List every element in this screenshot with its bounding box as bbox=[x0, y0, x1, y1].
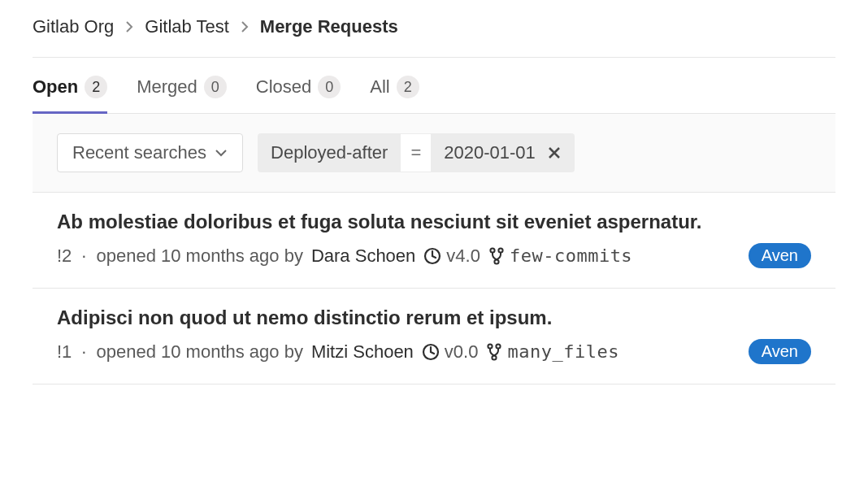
tab-all[interactable]: All 2 bbox=[370, 76, 419, 113]
merge-request-item: Adipisci non quod ut nemo distinctio rer… bbox=[33, 289, 835, 385]
tab-open-count: 2 bbox=[85, 76, 107, 98]
branch[interactable]: few-commits bbox=[488, 245, 632, 266]
milestone-name: v0.0 bbox=[445, 341, 479, 363]
svg-point-2 bbox=[498, 248, 502, 252]
tab-closed-label: Closed bbox=[256, 76, 311, 98]
svg-point-6 bbox=[497, 344, 501, 348]
svg-point-3 bbox=[494, 259, 498, 263]
filter-token-key: Deployed-after bbox=[258, 133, 401, 172]
chevron-right-icon bbox=[125, 21, 133, 33]
filter-token-op: = bbox=[401, 133, 431, 172]
separator-dot bbox=[80, 341, 88, 363]
branch-name: few-commits bbox=[510, 245, 632, 266]
tab-merged[interactable]: Merged 0 bbox=[137, 76, 227, 113]
branch-icon bbox=[488, 247, 505, 265]
tab-closed-count: 0 bbox=[318, 76, 341, 98]
branch-icon bbox=[486, 343, 502, 361]
filter-bar: Recent searches Deployed-after = 2020-01… bbox=[33, 114, 835, 193]
merge-request-meta: !2 opened 10 months ago by Dara Schoen v… bbox=[57, 243, 811, 268]
merge-request-id: !1 bbox=[57, 341, 72, 363]
author-link[interactable]: Dara Schoen bbox=[311, 245, 415, 267]
merge-request-id: !2 bbox=[57, 245, 72, 267]
close-icon[interactable] bbox=[547, 146, 562, 160]
tab-open[interactable]: Open 2 bbox=[33, 76, 107, 113]
branch-name: many_files bbox=[507, 341, 618, 362]
merge-request-title[interactable]: Ab molestiae doloribus et fuga soluta ne… bbox=[57, 211, 811, 233]
merge-request-item: Ab molestiae doloribus et fuga soluta ne… bbox=[33, 193, 835, 289]
filter-token-deployed-after[interactable]: Deployed-after = 2020-01-01 bbox=[258, 133, 575, 172]
merge-request-meta: !1 opened 10 months ago by Mitzi Schoen … bbox=[57, 339, 811, 364]
state-tabs: Open 2 Merged 0 Closed 0 All 2 bbox=[33, 58, 835, 114]
breadcrumb-current: Merge Requests bbox=[260, 16, 398, 37]
svg-point-5 bbox=[488, 344, 493, 348]
svg-point-7 bbox=[493, 355, 497, 359]
chevron-right-icon bbox=[241, 21, 249, 33]
svg-point-1 bbox=[490, 248, 494, 252]
chevron-down-icon bbox=[215, 146, 228, 159]
clock-icon bbox=[422, 343, 440, 361]
opened-text: opened 10 months ago by bbox=[96, 341, 302, 363]
breadcrumb-org-link[interactable]: Gitlab Org bbox=[33, 16, 114, 37]
recent-searches-label: Recent searches bbox=[72, 142, 206, 163]
merge-request-title[interactable]: Adipisci non quod ut nemo distinctio rer… bbox=[57, 306, 811, 329]
branch[interactable]: many_files bbox=[486, 341, 618, 362]
label-pill[interactable]: Aven bbox=[749, 339, 811, 364]
milestone[interactable]: v4.0 bbox=[423, 245, 480, 267]
breadcrumb: Gitlab Org Gitlab Test Merge Requests bbox=[33, 16, 835, 58]
milestone-name: v4.0 bbox=[446, 245, 480, 267]
tab-merged-label: Merged bbox=[137, 76, 197, 98]
filter-token-value-wrap: 2020-01-01 bbox=[431, 133, 575, 172]
separator-dot bbox=[80, 245, 88, 267]
label-pill[interactable]: Aven bbox=[749, 243, 811, 268]
opened-text: opened 10 months ago by bbox=[96, 245, 302, 267]
clock-icon bbox=[423, 247, 441, 265]
filter-token-value: 2020-01-01 bbox=[444, 142, 536, 163]
tab-all-count: 2 bbox=[397, 76, 419, 98]
author-link[interactable]: Mitzi Schoen bbox=[311, 341, 414, 363]
milestone[interactable]: v0.0 bbox=[422, 341, 479, 363]
breadcrumb-project-link[interactable]: Gitlab Test bbox=[145, 16, 229, 37]
tab-closed[interactable]: Closed 0 bbox=[256, 76, 341, 113]
merge-request-list: Ab molestiae doloribus et fuga soluta ne… bbox=[33, 193, 835, 385]
tab-all-label: All bbox=[370, 76, 389, 98]
tab-open-label: Open bbox=[33, 76, 78, 98]
tab-merged-count: 0 bbox=[204, 76, 227, 98]
recent-searches-dropdown[interactable]: Recent searches bbox=[57, 133, 243, 172]
